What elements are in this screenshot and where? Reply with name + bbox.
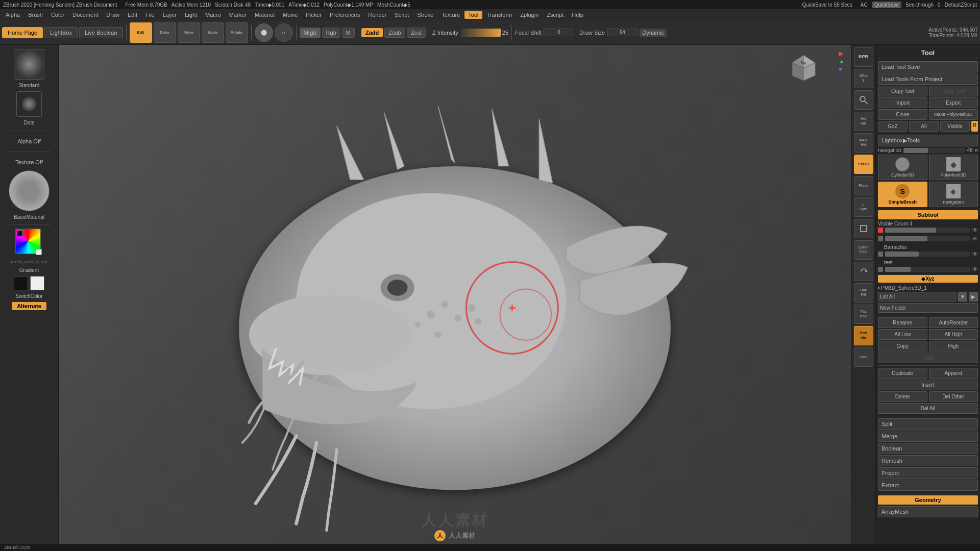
- actual-button[interactable]: Actual: [854, 112, 873, 131]
- copy-tool-btn[interactable]: Copy Tool: [878, 86, 927, 96]
- alpha-label[interactable]: Alpha Off: [17, 136, 41, 146]
- menu-alpha[interactable]: Alpha: [2, 11, 23, 19]
- tab-live-boolean[interactable]: Live Boolean: [79, 27, 123, 38]
- texture-label[interactable]: Texture Off: [15, 157, 43, 167]
- array-mesh-btn[interactable]: ArrayMesh: [878, 506, 978, 517]
- brush-type-outline[interactable]: ○: [275, 23, 293, 42]
- zoomd3d-button[interactable]: ZoomD3D: [854, 240, 873, 260]
- menu-brush[interactable]: Brush: [24, 11, 46, 19]
- brush-preview[interactable]: [14, 49, 44, 80]
- cylinder3d-tool[interactable]: Cylinder3D: [878, 155, 927, 180]
- menu-file[interactable]: File: [142, 11, 158, 19]
- menu-document[interactable]: Document: [69, 11, 102, 19]
- menu-stroke[interactable]: Stroke: [413, 11, 437, 19]
- draw-button[interactable]: Draw: [154, 22, 176, 43]
- polymesh3d-tool[interactable]: ◆ PolyMesh3D: [929, 155, 978, 180]
- rotate-button-r[interactable]: [854, 262, 873, 281]
- del-all-btn[interactable]: Del All: [878, 403, 978, 414]
- tab-lightbox[interactable]: LightBox: [44, 27, 78, 38]
- linefill-button[interactable]: LineFill: [854, 283, 873, 303]
- color-white[interactable]: [30, 276, 44, 290]
- eye-icon-1[interactable]: 👁: [972, 227, 978, 234]
- del-other-btn[interactable]: Del Other: [929, 391, 978, 402]
- menu-movie[interactable]: Movie: [279, 11, 301, 19]
- color-picker-area[interactable]: [15, 229, 43, 257]
- spix-button[interactable]: SPix3: [854, 69, 873, 88]
- remesh-btn[interactable]: Remesh: [878, 455, 978, 466]
- eye-icon-3[interactable]: 👁: [972, 251, 978, 258]
- menu-layer[interactable]: Layer: [159, 11, 181, 19]
- rgb-button[interactable]: Rgb: [322, 28, 340, 38]
- menu-render[interactable]: Render: [364, 11, 390, 19]
- tab-home[interactable]: Home Page: [2, 27, 43, 38]
- paste-btn[interactable]: Paste: [878, 353, 978, 363]
- copy-btn[interactable]: Copy: [878, 341, 927, 352]
- insert-btn[interactable]: Insert: [878, 380, 978, 390]
- texture-preview[interactable]: [9, 170, 50, 211]
- boolean-btn[interactable]: Boolean: [878, 443, 978, 454]
- menu-tool[interactable]: Tool: [464, 11, 482, 19]
- goz-btn[interactable]: GoZ: [878, 121, 908, 132]
- xyz-button[interactable]: ◆Xyz: [878, 275, 978, 283]
- extract-btn[interactable]: Extract: [878, 480, 978, 491]
- brush-type-circle[interactable]: ⬤: [255, 23, 273, 42]
- import-btn[interactable]: Import: [878, 97, 927, 108]
- subtool-slider-bar-3[interactable]: [885, 252, 970, 257]
- menu-light[interactable]: Light: [181, 11, 201, 19]
- menu-color[interactable]: Color: [47, 11, 68, 19]
- export-btn[interactable]: Export: [929, 97, 978, 108]
- merge-btn[interactable]: Merge: [878, 431, 978, 442]
- new-folder-btn[interactable]: New Folder: [878, 303, 978, 313]
- menu-help[interactable]: Help: [568, 11, 587, 19]
- arrow-down-btn[interactable]: ▼: [958, 292, 967, 302]
- persp-button[interactable]: Persp: [854, 155, 873, 174]
- z-intensity-slider[interactable]: [460, 29, 501, 37]
- dynamic-label[interactable]: Dynamic: [640, 29, 667, 37]
- focal-shift-input[interactable]: [544, 29, 574, 36]
- aar-button[interactable]: AARHrt: [854, 133, 873, 153]
- menu-zplugin[interactable]: Zplugin: [517, 11, 542, 19]
- navigation-tool[interactable]: ◆ navigation: [929, 182, 978, 207]
- list-all-btn[interactable]: List All: [878, 292, 957, 302]
- lightbox-tools-btn[interactable]: Lightbox▶Tools: [878, 135, 978, 146]
- project-btn[interactable]: Project: [878, 467, 978, 479]
- frame-button[interactable]: [854, 219, 873, 238]
- menu-preferences[interactable]: Preferences: [326, 11, 363, 19]
- floor-button[interactable]: Floor: [854, 176, 873, 195]
- zcut-button[interactable]: Zcut: [407, 28, 426, 38]
- eye-icon-4[interactable]: 👁: [972, 266, 978, 273]
- canvas[interactable]: Top ▶ ▲ ● 人人素材 人 人人素材: [59, 45, 851, 544]
- nav-cube[interactable]: Top: [790, 53, 818, 81]
- all-high-btn[interactable]: All High: [929, 329, 978, 340]
- make-polymesh-btn[interactable]: Make PolyMesh3D: [929, 109, 978, 120]
- menu-marker[interactable]: Marker: [226, 11, 250, 19]
- menu-macro[interactable]: Macro: [202, 11, 225, 19]
- all-low-btn[interactable]: All Low: [878, 329, 927, 340]
- seethrough-label[interactable]: See-through: [905, 2, 934, 8]
- m-button[interactable]: M: [342, 28, 355, 38]
- load-tools-from-project-btn[interactable]: Load Tools From Project: [878, 73, 978, 85]
- high-btn[interactable]: High: [929, 341, 978, 352]
- menu-edit[interactable]: Edit: [124, 11, 141, 19]
- color-swatch-black[interactable]: [17, 230, 23, 236]
- subtool-slider-bar-2[interactable]: [885, 236, 970, 241]
- quicksave-button[interactable]: QuickSave: [872, 2, 901, 8]
- subtool-slider-bar-1[interactable]: [885, 228, 970, 233]
- all-btn[interactable]: All: [909, 121, 939, 132]
- simplebrush-tool[interactable]: S SimpleBrush: [878, 182, 927, 207]
- eye-icon-2[interactable]: 👁: [972, 235, 978, 242]
- bpr-button[interactable]: BPR: [854, 47, 873, 67]
- transp-button[interactable]: Transp: [854, 305, 873, 324]
- clone-btn[interactable]: Clone: [878, 109, 927, 120]
- split-btn[interactable]: Split: [878, 418, 978, 430]
- rename-btn[interactable]: Rename: [878, 317, 927, 328]
- menu-transform[interactable]: Transform: [483, 11, 516, 19]
- edit-button[interactable]: Edit: [130, 22, 152, 43]
- delete-btn[interactable]: Delete: [878, 391, 927, 402]
- subtool-slider-bar-4[interactable]: [885, 267, 970, 272]
- menu-script[interactable]: Script: [391, 11, 412, 19]
- mrgb-button[interactable]: Mrgb: [300, 28, 321, 38]
- append-btn[interactable]: Append: [929, 368, 978, 379]
- menu-draw[interactable]: Draw: [103, 11, 123, 19]
- draw-size-input[interactable]: [607, 29, 638, 36]
